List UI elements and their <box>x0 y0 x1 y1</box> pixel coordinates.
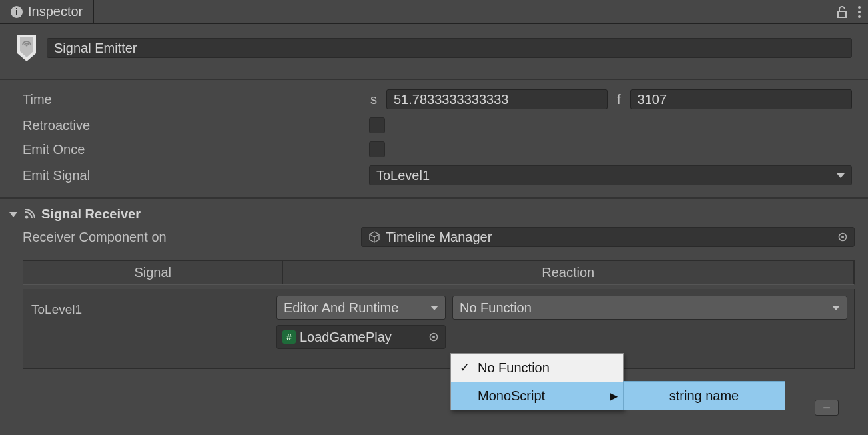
check-icon: ✓ <box>456 360 472 375</box>
column-signal: Signal <box>23 261 282 284</box>
function-submenu[interactable]: string name <box>623 381 785 410</box>
popup-item-label: No Function <box>478 360 550 376</box>
popup-item-monoscript[interactable]: MonoScript ▶ <box>451 382 623 410</box>
receiver-component-value: Timeline Manager <box>386 230 492 245</box>
call-mode-value: Editor And Runtime <box>284 300 398 316</box>
svg-point-0 <box>858 6 861 9</box>
inspector-window: i Inspector Signal Emitter <box>0 0 868 435</box>
svg-point-4 <box>25 215 29 218</box>
kebab-menu-icon[interactable] <box>857 5 861 19</box>
time-frames-label: f <box>616 92 622 107</box>
receiver-component-label: Receiver Component on <box>23 230 354 245</box>
target-object-field[interactable]: # LoadGamePlay <box>276 325 446 349</box>
script-icon: # <box>282 330 296 344</box>
target-object-value: LoadGamePlay <box>300 330 392 345</box>
signal-receiver-section: Signal Receiver Receiver Component on Ti… <box>0 199 868 369</box>
inspector-tab[interactable]: i Inspector <box>0 0 94 23</box>
emit-once-label: Emit Once <box>23 142 362 157</box>
emit-signal-row: Emit Signal ToLevel1 <box>23 165 852 185</box>
retroactive-row: Retroactive <box>23 117 852 133</box>
tabbar-spacer <box>94 0 836 23</box>
submenu-item-string-name[interactable]: string name <box>624 382 785 410</box>
function-value: No Function <box>460 300 532 316</box>
time-label: Time <box>23 92 362 107</box>
column-reaction: Reaction <box>283 261 853 284</box>
time-row: Time s f <box>23 89 852 109</box>
signal-receiver-header[interactable]: Signal Receiver <box>5 207 863 227</box>
object-header: Signal Emitter <box>0 24 868 80</box>
submenu-arrow-icon: ▶ <box>610 390 618 402</box>
tabbar-actions <box>836 0 868 23</box>
svg-point-2 <box>858 15 861 18</box>
retroactive-label: Retroactive <box>23 118 362 133</box>
function-popup[interactable]: ✓ No Function MonoScript ▶ <box>450 353 624 410</box>
object-picker-icon[interactable] <box>426 330 441 344</box>
popup-item-no-function[interactable]: ✓ No Function <box>451 354 623 382</box>
receiver-component-row: Receiver Component on Timeline Manager <box>23 227 855 247</box>
chevron-down-icon <box>837 173 845 178</box>
gameobject-icon <box>368 231 380 243</box>
submenu-item-label: string name <box>669 388 739 404</box>
chevron-down-icon <box>430 306 438 310</box>
time-seconds-label: s <box>369 92 378 107</box>
function-dropdown[interactable]: No Function <box>452 296 847 320</box>
emit-once-row: Emit Once <box>23 141 852 157</box>
object-picker-icon[interactable] <box>835 230 850 244</box>
call-mode-dropdown[interactable]: Editor And Runtime <box>276 296 446 320</box>
chevron-down-icon <box>832 306 840 310</box>
retroactive-checkbox[interactable] <box>369 117 385 133</box>
emit-signal-label: Emit Signal <box>23 168 362 183</box>
info-icon: i <box>11 6 23 18</box>
lock-icon[interactable] <box>836 5 848 19</box>
popup-item-label: MonoScript <box>478 388 545 404</box>
emit-signal-dropdown[interactable]: ToLevel1 <box>369 165 852 185</box>
remove-listener-button[interactable]: − <box>815 400 839 416</box>
time-seconds-field[interactable] <box>386 89 608 109</box>
object-name-text: Signal Emitter <box>54 41 137 56</box>
object-name-field[interactable]: Signal Emitter <box>47 38 852 58</box>
reaction-signal-name: ToLevel1 <box>31 302 82 317</box>
emit-signal-value: ToLevel1 <box>376 168 430 183</box>
emit-once-checkbox[interactable] <box>369 141 385 157</box>
inspector-tab-label: Inspector <box>28 4 83 19</box>
svg-point-3 <box>26 45 28 47</box>
signal-receiver-icon <box>23 208 36 221</box>
time-frames-field[interactable] <box>630 89 852 109</box>
svg-point-8 <box>432 336 435 338</box>
reaction-row: ToLevel1 Editor And Runtime No Function <box>23 289 855 369</box>
svg-point-6 <box>841 236 844 238</box>
reaction-columns: Signal Reaction <box>23 260 855 285</box>
tabbar: i Inspector <box>0 0 868 24</box>
emitter-properties: Time s f Retroactive Emit Once Emit Sign… <box>0 80 868 199</box>
receiver-component-field[interactable]: Timeline Manager <box>361 227 855 247</box>
signal-marker-icon <box>16 33 37 63</box>
signal-receiver-title: Signal Receiver <box>41 207 141 222</box>
foldout-arrow-icon <box>9 212 17 217</box>
svg-point-1 <box>858 11 861 13</box>
